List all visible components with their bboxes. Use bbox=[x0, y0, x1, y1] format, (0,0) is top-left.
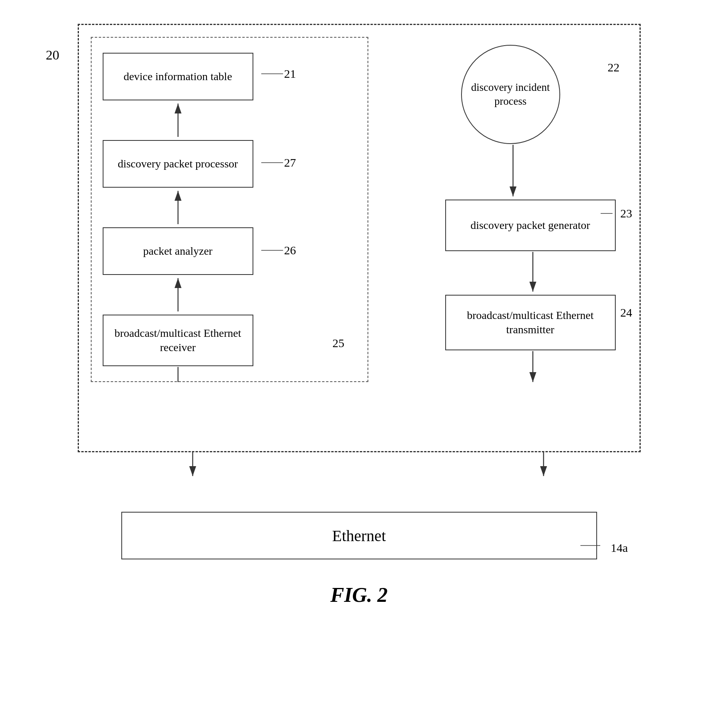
ref-22: 22 bbox=[608, 61, 620, 74]
circle-22: discovery incident process bbox=[461, 45, 560, 144]
box-25: broadcast/multicast Ethernet receiver bbox=[103, 315, 253, 366]
diagram-wrapper: 20 bbox=[42, 16, 676, 615]
figure-label: FIG. 2 bbox=[50, 583, 668, 607]
ethernet-box: Ethernet 14a bbox=[121, 512, 597, 559]
box-26: packet analyzer bbox=[103, 227, 253, 275]
label-20: 20 bbox=[46, 48, 59, 63]
box-24: broadcast/multicast Ethernet transmitter bbox=[445, 295, 616, 350]
ref-26: 26 bbox=[261, 244, 293, 259]
ref-27: 27 bbox=[261, 157, 293, 171]
outer-dashed-box: device information table 21 discovery pa… bbox=[78, 24, 641, 452]
box-21: device information table bbox=[103, 53, 253, 100]
ref-25: 25 bbox=[333, 336, 345, 350]
box-27: discovery packet processor bbox=[103, 140, 253, 188]
box-23: discovery packet generator bbox=[445, 200, 616, 251]
connector-lines bbox=[78, 452, 641, 500]
ref-21: 21 bbox=[261, 68, 293, 83]
